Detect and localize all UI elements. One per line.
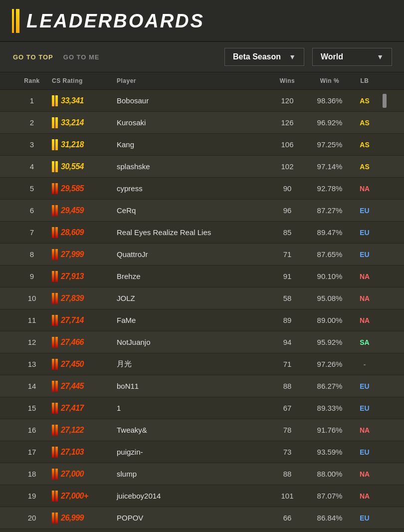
wins-cell: 120 <box>267 96 307 105</box>
winpct-cell: 87.65% <box>307 250 352 259</box>
lb-cell: SA <box>352 338 377 346</box>
rating-bars <box>52 425 58 436</box>
rating-badge: 27,122 <box>52 425 117 436</box>
rank-cell: 15 <box>12 404 52 412</box>
rating-bar-2 <box>55 381 58 392</box>
rating-number: 27,466 <box>61 338 84 347</box>
season-dropdown[interactable]: Beta Season ▼ <box>224 48 304 66</box>
table-row: 10 27,839 JOLZ 58 95.08% NA <box>0 287 404 309</box>
rating-number: 33,341 <box>61 96 84 105</box>
rating-badge: 27,466 <box>52 337 117 348</box>
lb-cell: NA <box>352 185 377 193</box>
winpct-cell: 95.08% <box>307 294 352 302</box>
lb-cell: EU <box>352 448 377 456</box>
table-row: 4 30,554 splashske 102 97.14% AS <box>0 156 404 178</box>
region-dropdown[interactable]: World ▼ <box>312 48 392 66</box>
table-row: 3 31,218 Kang 106 97.25% AS <box>0 134 404 156</box>
scroll-indicator <box>383 94 387 108</box>
rating-bars <box>52 205 58 216</box>
rating-number: 27,000+ <box>61 492 88 501</box>
winpct-cell: 90.10% <box>307 272 352 280</box>
wins-cell: 78 <box>267 426 307 434</box>
rating-bar-1 <box>52 183 54 194</box>
season-dropdown-arrow: ▼ <box>289 53 296 61</box>
rating-badge: 33,341 <box>52 95 117 106</box>
table-row: 5 29,585 cypress 90 92.78% NA <box>0 178 404 200</box>
rating-number: 27,103 <box>61 448 84 457</box>
lb-cell: NA <box>352 492 377 500</box>
rating-number: 30,554 <box>61 162 84 171</box>
winpct-cell: 89.47% <box>307 228 352 237</box>
winpct-cell: 96.92% <box>307 118 352 127</box>
rating-bar-2 <box>55 95 58 106</box>
wins-cell: 58 <box>267 294 307 302</box>
go-to-top-button[interactable]: GO TO TOP <box>12 51 54 63</box>
lb-cell: NA <box>352 470 377 478</box>
rating-badge: 29,585 <box>52 183 117 194</box>
col-player: Player <box>117 77 267 84</box>
rating-bars <box>52 513 58 524</box>
rank-cell: 7 <box>12 228 52 237</box>
lb-cell: AS <box>352 141 377 149</box>
player-name: QuattroJr <box>117 250 267 259</box>
winpct-cell: 86.84% <box>307 514 352 522</box>
winpct-cell: 87.07% <box>307 492 352 500</box>
rating-badge: 27,000+ <box>52 491 117 502</box>
winpct-cell: 91.76% <box>307 426 352 434</box>
rating-bar-2 <box>55 227 58 238</box>
player-name: NotJuanjo <box>117 338 267 346</box>
header: LEADERBOARDS <box>0 0 404 42</box>
rating-badge: 29,459 <box>52 205 117 216</box>
table-row: 1 33,341 Bobosaur 120 98.36% AS <box>0 90 404 112</box>
rating-number: 27,445 <box>61 382 84 391</box>
wins-cell: 89 <box>267 316 307 324</box>
lb-cell: NA <box>352 272 377 280</box>
rank-cell: 17 <box>12 448 52 456</box>
player-name: 月光 <box>117 359 267 369</box>
rating-bar-2 <box>55 117 58 128</box>
player-name: Tweaky& <box>117 426 267 434</box>
rating-bars <box>52 381 58 392</box>
player-name: Kang <box>117 140 267 149</box>
lb-cell: - <box>352 360 377 368</box>
rating-number: 29,585 <box>61 184 84 193</box>
table-row: 16 27,122 Tweaky& 78 91.76% NA <box>0 419 404 441</box>
lb-cell: EU <box>352 382 377 390</box>
lb-cell: NA <box>352 316 377 324</box>
rating-bar-2 <box>55 315 58 326</box>
rating-bar-1 <box>52 315 54 326</box>
rating-bar-1 <box>52 227 54 238</box>
rating-bar-1 <box>52 469 54 480</box>
lb-cell: AS <box>352 119 377 127</box>
rating-number: 31,218 <box>61 140 84 149</box>
leaderboard-rows: 1 33,341 Bobosaur 120 98.36% AS 2 33,214… <box>0 90 404 532</box>
lb-cell: EU <box>352 251 377 259</box>
rating-bar-2 <box>55 359 58 370</box>
rating-badge: 27,839 <box>52 293 117 304</box>
rating-bar-1 <box>52 425 54 436</box>
accent-bar-main <box>16 9 19 33</box>
rating-bars <box>52 293 58 304</box>
col-extra <box>377 77 392 84</box>
lb-cell: NA <box>352 294 377 302</box>
col-wins: Wins <box>267 77 307 84</box>
rank-cell: 20 <box>12 514 52 522</box>
wins-cell: 94 <box>267 338 307 346</box>
rating-bar-2 <box>55 425 58 436</box>
rating-bars <box>52 359 58 370</box>
table-row: 17 27,103 puigzin- 73 93.59% EU <box>0 441 404 463</box>
go-to-me-button[interactable]: GO TO ME <box>62 51 101 63</box>
col-lb: LB <box>352 77 377 84</box>
table-row: 7 28,609 Real Eyes Realize Real Lies 85 … <box>0 222 404 244</box>
rating-bar-1 <box>52 139 54 150</box>
lb-cell: AS <box>352 97 377 105</box>
rating-bar-1 <box>52 205 54 216</box>
player-name: CeRq <box>117 206 267 215</box>
table-row: 2 33,214 Kurosaki 126 96.92% AS <box>0 112 404 134</box>
rating-bar-1 <box>52 95 54 106</box>
wins-cell: 85 <box>267 228 307 237</box>
rating-badge: 27,714 <box>52 315 117 326</box>
player-name: Bobosaur <box>117 96 267 105</box>
rating-bars <box>52 95 58 106</box>
wins-cell: 91 <box>267 272 307 280</box>
